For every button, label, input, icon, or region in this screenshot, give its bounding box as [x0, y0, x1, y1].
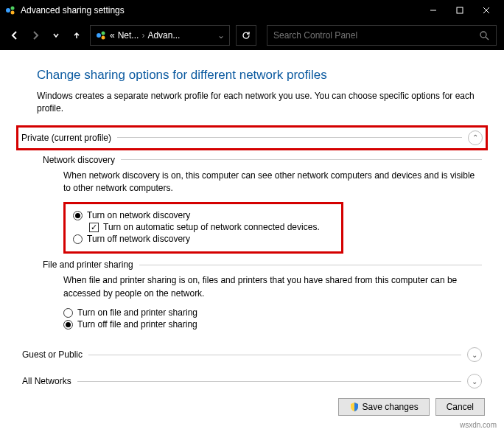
window-title: Advanced sharing settings [21, 5, 125, 15]
option-label: Turn off network discovery [87, 234, 190, 244]
app-icon [4, 4, 16, 16]
svg-line-11 [486, 37, 489, 40]
svg-point-7 [97, 33, 101, 38]
chevron-up-icon[interactable]: ⌃ [468, 130, 483, 145]
option-label: Turn on network discovery [87, 210, 190, 220]
recent-dropdown[interactable] [49, 28, 63, 43]
refresh-button[interactable] [236, 25, 256, 46]
svg-point-8 [102, 32, 105, 35]
subsection-label: File and printer sharing [43, 259, 133, 270]
shield-icon [349, 402, 360, 412]
radio-fileprint-on[interactable]: Turn on file and printer sharing [63, 307, 482, 318]
breadcrumb-item[interactable]: Advan... [147, 30, 180, 41]
svg-point-2 [11, 11, 15, 15]
chevron-down-icon[interactable]: ⌄ [467, 374, 482, 389]
section-label: Private (current profile) [21, 133, 111, 143]
svg-point-10 [480, 32, 486, 38]
section-all-networks[interactable]: All Networks ⌄ [22, 372, 482, 390]
window-titlebar: Advanced sharing settings [0, 0, 504, 21]
chevron-down-icon[interactable]: ⌄ [217, 30, 225, 41]
highlight-box-discovery-options: Turn on network discovery Turn on automa… [63, 202, 343, 254]
checkbox-auto-setup[interactable]: Turn on automatic setup of network conne… [89, 222, 334, 232]
back-button[interactable] [7, 28, 22, 43]
option-label: Turn on automatic setup of network conne… [103, 222, 320, 232]
chevron-right-icon: › [141, 30, 144, 41]
highlight-box-private: Private (current profile) ⌃ [16, 125, 488, 150]
divider [88, 355, 461, 355]
radio-icon [63, 320, 73, 330]
divider [121, 159, 482, 160]
breadcrumb-item[interactable]: Net... [118, 30, 139, 41]
search-input[interactable] [273, 30, 478, 41]
option-label: Turn off file and printer sharing [77, 319, 197, 330]
radio-icon [63, 308, 73, 318]
section-label: Guest or Public [22, 349, 83, 360]
page-subtitle: Windows creates a separate network profi… [37, 90, 482, 115]
radio-icon [73, 211, 83, 220]
minimize-button[interactable] [420, 0, 447, 21]
section-guest[interactable]: Guest or Public ⌄ [22, 346, 482, 363]
network-icon [95, 29, 107, 41]
svg-point-9 [102, 36, 105, 40]
breadcrumb-prefix: « [110, 30, 115, 41]
file-printer-description: When file and printer sharing is on, fil… [63, 274, 482, 300]
chevron-down-icon[interactable]: ⌄ [467, 347, 482, 362]
cancel-button[interactable]: Cancel [435, 398, 485, 416]
close-button[interactable] [473, 0, 500, 21]
option-label: Turn on file and printer sharing [77, 307, 197, 318]
svg-point-1 [11, 7, 15, 10]
subsection-label: Network discovery [43, 155, 115, 165]
content-area: Change sharing options for different net… [0, 50, 504, 390]
maximize-button[interactable] [447, 0, 473, 21]
watermark: wsxdn.com [460, 421, 497, 429]
breadcrumb[interactable]: « Net... › Advan... ⌄ [90, 25, 230, 46]
subsection-file-printer: File and printer sharing [43, 259, 482, 270]
divider [139, 265, 482, 265]
section-label: All Networks [22, 376, 71, 386]
page-title: Change sharing options for different net… [37, 68, 482, 83]
radio-icon [73, 234, 83, 244]
network-discovery-description: When network discovery is on, this compu… [63, 170, 482, 195]
footer-buttons: Save changes Cancel [338, 398, 485, 416]
forward-button[interactable] [28, 28, 43, 43]
checkbox-icon [89, 223, 99, 232]
button-label: Save changes [363, 402, 419, 412]
section-private[interactable]: Private (current profile) ⌃ [21, 129, 483, 147]
svg-rect-4 [457, 7, 463, 13]
divider [117, 137, 462, 138]
button-label: Cancel [447, 402, 474, 412]
search-icon[interactable] [478, 29, 490, 41]
divider [77, 381, 461, 382]
save-button[interactable]: Save changes [338, 398, 430, 416]
radio-fileprint-off[interactable]: Turn off file and printer sharing [63, 319, 482, 330]
radio-discovery-off[interactable]: Turn off network discovery [73, 234, 334, 244]
radio-discovery-on[interactable]: Turn on network discovery [73, 210, 334, 220]
up-button[interactable] [69, 28, 84, 43]
search-box[interactable] [267, 25, 497, 46]
nav-toolbar: « Net... › Advan... ⌄ [0, 21, 504, 50]
svg-point-0 [6, 8, 10, 13]
subsection-network-discovery: Network discovery [43, 155, 482, 165]
